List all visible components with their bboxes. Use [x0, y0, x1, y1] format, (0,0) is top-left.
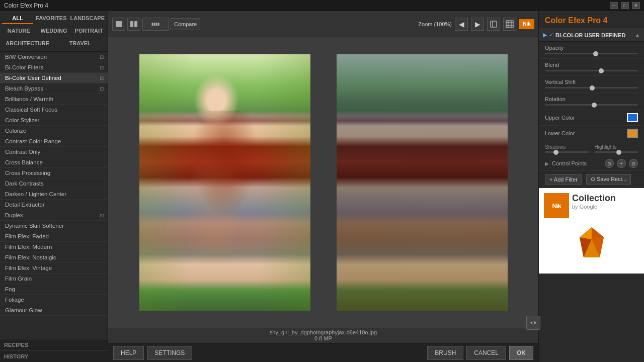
nik-google-text: by Google: [572, 204, 616, 210]
right-panel: Color Efex Pro 4 ▶ ✓ BI-COLOR USER DEFIN…: [538, 11, 644, 362]
tab-all[interactable]: ALL: [2, 13, 33, 24]
maximize-button[interactable]: □: [621, 2, 629, 9]
filter-collapse-arrow[interactable]: ▲: [635, 32, 640, 38]
brush-button[interactable]: BRUSH: [427, 346, 463, 360]
window-controls[interactable]: ─ □ ✕: [610, 2, 640, 9]
rotation-slider[interactable]: [545, 104, 638, 106]
svg-rect-5: [156, 23, 157, 26]
filter-cross-balance[interactable]: Cross Balance: [0, 157, 108, 168]
filter-brilliance-warmth[interactable]: Brilliance / Warmth: [0, 94, 108, 105]
filter-foliage[interactable]: Foliage: [0, 295, 108, 305]
filter-film-efex-nostalgic[interactable]: Film Efex: Nostalgic: [0, 252, 108, 263]
app: ALL FAVORITES LANDSCAPE NATURE WEDDING P…: [0, 11, 644, 362]
active-filter-name: BI-COLOR USER DEFINED: [555, 32, 633, 38]
minimize-button[interactable]: ─: [610, 2, 618, 9]
upper-color-swatch[interactable]: [627, 113, 638, 122]
cancel-button[interactable]: CANCEL: [466, 346, 506, 360]
filter-colorize[interactable]: Colorize: [0, 126, 108, 136]
nik-orange-logo: Nik: [544, 193, 569, 218]
view-single-button[interactable]: [112, 18, 125, 31]
swap-images-button[interactable]: [526, 316, 540, 330]
filter-film-efex-modern[interactable]: Film Efex: Modern: [0, 242, 108, 252]
filter-bw-conversion[interactable]: B/W Conversion ⊡: [0, 52, 108, 62]
filter-bicolor-user-defined[interactable]: Bi-Color User Defined ⊡: [0, 73, 108, 83]
filter-dark-contrasts[interactable]: Dark Contrasts: [0, 178, 108, 189]
zoom-full-button[interactable]: [503, 18, 516, 31]
ok-button[interactable]: OK: [509, 346, 533, 360]
history-section[interactable]: HISTORY: [0, 350, 108, 362]
save-recipe-button[interactable]: ⊙ Save Reci...: [586, 174, 631, 185]
filter-name: Dynamic Skin Softener: [5, 223, 64, 229]
vertical-shift-section: Vertical Shift: [539, 76, 644, 93]
tab-travel[interactable]: TRAVEL: [55, 38, 106, 49]
filter-dynamic-skin-softener[interactable]: Dynamic Skin Softener: [0, 221, 108, 231]
shadows-highlights-section: Shadows Highlights: [539, 141, 644, 156]
bottom-bar: HELP SETTINGS BRUSH CANCEL OK: [108, 343, 538, 362]
control-points-collapse[interactable]: ▶: [545, 161, 549, 166]
zoom-next-button[interactable]: ▶: [471, 18, 484, 31]
vertical-shift-slider[interactable]: [545, 87, 638, 88]
filter-fog[interactable]: Fog: [0, 284, 108, 295]
control-points-remove[interactable]: ⊙: [629, 159, 638, 168]
original-image: [139, 54, 310, 311]
nik-gem-logo: [572, 223, 612, 263]
filter-icon: ⊡: [100, 75, 104, 81]
filter-name: B/W Conversion: [5, 54, 47, 60]
filter-icon: ⊡: [100, 54, 104, 60]
tab-architecture[interactable]: ARCHITECTURE: [2, 38, 53, 49]
filter-glamour-glow[interactable]: Glamour Glow: [0, 305, 108, 316]
active-filter-bar[interactable]: ▶ ✓ BI-COLOR USER DEFINED ▲: [539, 29, 644, 42]
view-split-button[interactable]: [127, 18, 140, 31]
filter-name: Foliage: [5, 297, 24, 303]
filter-detail-extractor[interactable]: Detail Extractor: [0, 200, 108, 210]
opacity-slider[interactable]: [545, 53, 638, 54]
blend-slider[interactable]: [545, 70, 638, 71]
recipes-section[interactable]: RECIPES: [0, 339, 108, 350]
tab-landscape[interactable]: LANDSCAPE: [69, 13, 106, 24]
image-area: [108, 37, 538, 328]
highlights-slider[interactable]: [595, 151, 638, 153]
filter-darken-lighten-center[interactable]: Darken / Lighten Center: [0, 189, 108, 200]
filter-color-stylizer[interactable]: Color Stylizer: [0, 115, 108, 126]
tab-favorites[interactable]: FAVORITES: [35, 13, 68, 24]
filter-bicolor-filters[interactable]: Bi-Color Filters ⊡: [0, 62, 108, 73]
help-button[interactable]: HELP: [113, 346, 144, 360]
filter-duplex[interactable]: Duplex ⊡: [0, 210, 108, 221]
filter-name: Film Grain: [5, 276, 32, 282]
svg-rect-2: [134, 21, 137, 27]
upper-color-row: Upper Color: [539, 110, 644, 126]
filter-name: Brilliance / Warmth: [5, 96, 53, 102]
lower-color-label: Lower Color: [545, 130, 627, 136]
control-points-add[interactable]: +: [617, 159, 626, 168]
add-filter-button[interactable]: + Add Filter: [545, 174, 582, 185]
filter-film-efex-faded[interactable]: Film Efex: Faded: [0, 231, 108, 242]
filter-bleach-bypass[interactable]: Bleach Bypass ⊡: [0, 83, 108, 94]
compare-button[interactable]: Compare: [171, 18, 200, 30]
lower-color-swatch[interactable]: [627, 129, 638, 138]
filter-classical-soft-focus[interactable]: Classical Soft Focus: [0, 105, 108, 115]
zoom-prev-button[interactable]: ◀: [455, 18, 468, 31]
filter-film-efex-vintage[interactable]: Film Efex: Vintage: [0, 263, 108, 274]
control-points-target[interactable]: ⊙: [605, 159, 614, 168]
tab-wedding[interactable]: WEDDING: [37, 26, 71, 37]
right-panel-header: Color Efex Pro 4: [539, 11, 644, 29]
titlebar: Color Efex Pro 4 ─ □ ✕: [0, 0, 644, 11]
main-toolbar: Compare Zoom (100%) ◀ ▶ Nik: [108, 11, 538, 37]
filter-name: Contrast Only: [5, 149, 40, 155]
close-button[interactable]: ✕: [632, 2, 640, 9]
tab-portrait[interactable]: PORTRAIT: [72, 26, 106, 37]
zoom-fit-button[interactable]: [487, 18, 500, 31]
filter-name: Cross Processing: [5, 170, 50, 176]
tab-nature[interactable]: NATURE: [2, 26, 36, 37]
shadows-slider[interactable]: [545, 151, 589, 153]
filter-film-grain[interactable]: Film Grain: [0, 274, 108, 284]
upper-color-value: [627, 113, 638, 122]
settings-button[interactable]: SETTINGS: [147, 346, 192, 360]
filter-contrast-color-range[interactable]: Contrast Color Range: [0, 136, 108, 147]
filter-toggle-arrow[interactable]: ▶: [543, 32, 547, 38]
filter-contrast-only[interactable]: Contrast Only: [0, 147, 108, 157]
view-double-button[interactable]: [142, 18, 169, 31]
filter-enabled-check[interactable]: ✓: [549, 32, 553, 38]
filter-cross-processing[interactable]: Cross Processing: [0, 168, 108, 178]
highlights-group: Highlights: [595, 144, 638, 153]
